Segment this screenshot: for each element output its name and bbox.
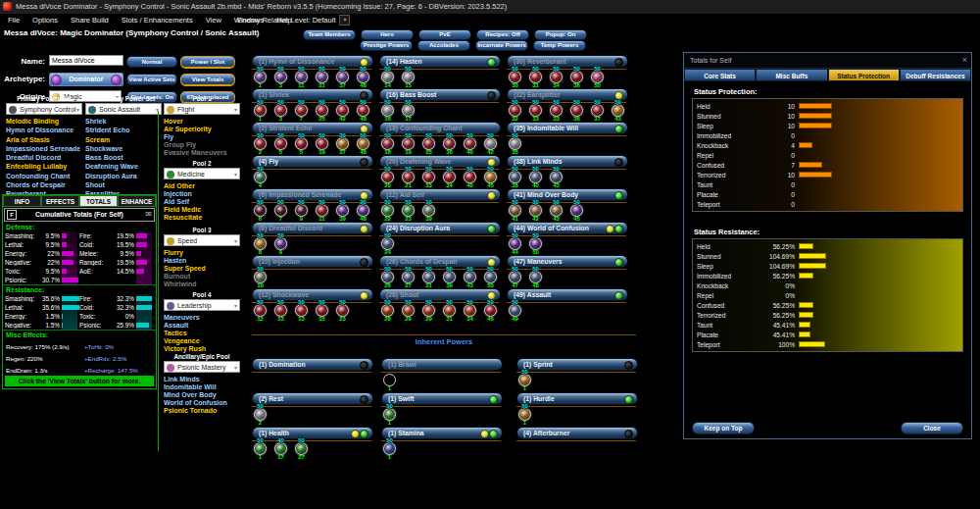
tab-info[interactable]: INFO — [3, 195, 41, 207]
popup-on-button[interactable]: Popup: On — [534, 29, 587, 40]
tab-totals[interactable]: TOTALS — [79, 195, 118, 207]
powerset-dropdown-medicine[interactable]: Medicine▾ — [164, 168, 240, 179]
enhancement-slot[interactable]: 5046 — [484, 301, 505, 322]
power-bar-health[interactable]: (1) Health — [252, 427, 373, 439]
enhancement-slot[interactable]: 5027 — [295, 439, 316, 460]
power-bar-maneuvers[interactable]: (47) Maneuvers — [507, 255, 628, 268]
powerlist-item-chords-of-despair[interactable]: Chords of Despair — [6, 181, 82, 190]
enhancement-slot[interactable]: 505 — [274, 134, 295, 155]
enhancement-slot[interactable]: 5033 — [529, 101, 550, 122]
enhancement-slot[interactable]: 5049 — [509, 301, 529, 322]
enhancement-slot[interactable]: 5022 — [381, 201, 402, 222]
power-bar-impassioned-serenade[interactable]: (6) Impassioned Serenade — [252, 188, 373, 201]
powerlist-item-psionic-tornado[interactable]: Psionic Tornado — [164, 407, 240, 415]
powerlist-item-injection[interactable]: Injection — [164, 190, 240, 198]
enhancement-slot[interactable]: 5043 — [550, 168, 570, 188]
enhancement-slot[interactable]: 5026 — [381, 268, 402, 288]
enhancement-slot[interactable]: 5015 — [402, 68, 422, 88]
enhancement-slot[interactable]: 5016 — [381, 101, 402, 122]
enhancement-slot[interactable]: 5048 — [357, 68, 377, 88]
enhancement-slot[interactable]: 5011 — [316, 201, 336, 222]
enhancement-slot[interactable]: 5038 — [509, 168, 529, 188]
enhancement-slot[interactable]: 5039 — [336, 201, 357, 222]
enhancement-slot[interactable]: 5013 — [274, 301, 295, 322]
enhancement-slot[interactable]: 5048 — [357, 134, 377, 155]
enhancement-slot[interactable]: 5048 — [529, 268, 550, 288]
tab-debuff-resistances[interactable]: Debuff Resistances — [900, 69, 971, 81]
enhancement-slot[interactable]: 5040 — [464, 168, 484, 188]
power-led-yellow[interactable] — [487, 191, 496, 200]
power-bar-fly[interactable]: (4) Fly — [252, 155, 373, 168]
enhancement-slot[interactable]: 1039 — [422, 201, 443, 222]
enhancement-slot[interactable]: 5014 — [381, 68, 402, 88]
name-input[interactable] — [49, 55, 123, 66]
enhancement-slot[interactable]: 5050 — [529, 234, 550, 255]
power-bar-afterburner[interactable]: (4) Afterburner — [516, 427, 638, 439]
enhancement-slot[interactable]: 5045 — [484, 168, 505, 188]
powerset-dropdown-symphony-control[interactable]: Symphony Control▾ — [6, 103, 82, 115]
archetype-selector[interactable]: Dominator — [49, 73, 123, 86]
power-led-yellow[interactable] — [360, 291, 368, 300]
enhancement-slot[interactable]: 5019 — [316, 134, 336, 155]
enemy-relative-level-dropdown[interactable]: Enemy Relative Level: Default ▾ — [237, 14, 350, 26]
enhancement-slot[interactable]: 5035 — [509, 134, 529, 155]
keep-on-top-button[interactable]: Keep on Top — [692, 422, 755, 434]
float-button[interactable]: F — [7, 210, 17, 220]
powerlist-item-aid-self[interactable]: Aid Self — [164, 198, 240, 206]
enhancement-slot[interactable]: 5018 — [381, 134, 402, 155]
power-bar-hasten[interactable]: (14) Hasten — [379, 55, 501, 68]
view-totals-button[interactable]: View Totals — [180, 74, 235, 85]
powerlist-item-air-superiority[interactable]: Air Superiority — [164, 126, 240, 133]
enhancement-slot[interactable]: 5050 — [591, 68, 612, 88]
power-led-yellow[interactable] — [360, 225, 368, 233]
accolades-button[interactable]: Accolades — [417, 40, 470, 51]
powerlist-item-field-medic[interactable]: Field Medic — [164, 206, 240, 214]
team-members-button[interactable]: Team Members — [303, 29, 356, 40]
power-led-green[interactable] — [489, 430, 498, 438]
enhancement-slot[interactable]: 5036 — [570, 101, 591, 122]
powerlist-item-link-minds[interactable]: Link Minds — [164, 376, 240, 383]
powerlist-item-deafening-wave[interactable]: Deafening Wave — [85, 163, 162, 172]
enhancement-slot[interactable]: 5034 — [443, 168, 464, 188]
power-bar-swift[interactable]: (1) Swift — [381, 392, 503, 405]
enhancement-slot[interactable]: 3037 — [336, 134, 357, 155]
powerlist-item-super-speed[interactable]: Super Speed — [164, 265, 240, 273]
menu-options[interactable]: Options — [32, 16, 58, 25]
enhancement-slot[interactable]: 5042 — [336, 101, 357, 122]
menu-share-build[interactable]: Share Build — [71, 16, 109, 25]
enhancement-slot[interactable]: 5033 — [422, 168, 443, 188]
powerlist-item-strident-echo[interactable]: Strident Echo — [85, 127, 162, 135]
enhancement-slot[interactable]: 5036 — [443, 134, 464, 155]
power-led-black[interactable] — [487, 91, 496, 100]
power-bar-stamina[interactable]: (1) Stamina — [381, 427, 503, 439]
enhancement-slot[interactable]: 5030 — [509, 68, 529, 88]
power-bar-hurdle[interactable]: (1) Hurdle — [516, 392, 638, 405]
power-led-yellow[interactable] — [351, 430, 360, 438]
enhancement-slot[interactable]: 5047 — [509, 268, 529, 288]
powerlist-item-tactics[interactable]: Tactics — [164, 330, 240, 337]
menu-slots-enhancements[interactable]: Slots / Enhancements — [122, 16, 193, 25]
powerlist-item-vengeance[interactable]: Vengeance — [164, 337, 240, 345]
powerlist-item-impassioned-serenade[interactable]: Impassioned Serenade — [6, 145, 82, 154]
enhancement-slot[interactable]: 501 — [518, 405, 539, 426]
enhancement-slot[interactable]: 508 — [254, 234, 274, 255]
menu-view[interactable]: View — [206, 16, 221, 25]
tab-core-stats[interactable]: Core Stats — [684, 69, 756, 81]
tab-effects[interactable]: EFFECTS — [41, 195, 79, 207]
powerlist-item-aria-of-stasis[interactable]: Aria of Stasis — [6, 136, 82, 145]
powerlist-item-hover[interactable]: Hover — [164, 118, 240, 126]
power-bar-dreadful-discord[interactable]: (8) Dreadful Discord — [252, 222, 373, 234]
powerset-dropdown-psionic-mastery[interactable]: Psionic Mastery▾ — [164, 361, 240, 373]
power-bar-shockwave[interactable]: (12) Shockwave — [252, 288, 373, 301]
powerset-dropdown-speed[interactable]: Speed▾ — [164, 234, 240, 246]
export-icon[interactable]: ✉ — [145, 209, 152, 221]
enhancement-slot[interactable]: 509 — [274, 234, 295, 255]
power-bar-shout[interactable]: (28) Shout — [379, 288, 501, 301]
power-led-green[interactable] — [614, 225, 623, 233]
power-led-green[interactable] — [487, 58, 496, 67]
enhancement-slot[interactable]: 5040 — [464, 134, 484, 155]
enhancement-slot[interactable]: 5028 — [381, 301, 402, 322]
powerlist-item-mind-over-body[interactable]: Mind Over Body — [164, 391, 240, 399]
enhancement-slot[interactable]: 5037 — [591, 101, 612, 122]
enhancement-slot[interactable]: 506 — [254, 201, 274, 222]
